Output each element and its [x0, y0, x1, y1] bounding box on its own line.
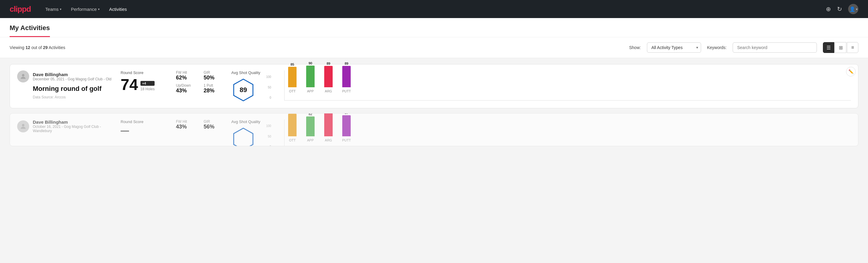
score-label: Round Score: [121, 70, 169, 75]
avatar-chevron-icon: ▾: [856, 7, 858, 11]
bar-app-2: [306, 116, 315, 136]
bar-group-arg-2: 106 ARG: [323, 113, 333, 142]
avatar-2: [17, 120, 29, 133]
chart-area: 85 OTT 90 APP: [284, 70, 851, 100]
data-source: Data Source: Arccos: [33, 95, 114, 99]
card-stats-2: FW Hit 43% GIR 56%: [176, 119, 224, 130]
teams-chevron-icon: ▾: [60, 7, 61, 11]
score-badge-holes: +4 18 Holes: [141, 81, 155, 92]
y-labels: 100 50 0: [266, 75, 271, 99]
bar-label-app: APP: [307, 89, 314, 93]
hex-badge: 89: [231, 78, 255, 102]
user-info-2: Dave Billingham October 16, 2021 - Gog M…: [33, 119, 114, 133]
activity-card: Dave Billingham December 05, 2021 - Gog …: [10, 64, 858, 108]
logo: clippd: [10, 4, 31, 14]
filter-bar: Viewing 12 out of 29 Activities Show: Al…: [0, 37, 868, 58]
card-left-2: Dave Billingham October 16, 2021 - Gog M…: [17, 119, 114, 136]
viewing-text: Viewing 12 out of 29 Activities: [10, 45, 623, 50]
stat-gir-value: 50%: [204, 75, 224, 81]
bar-group-putt-2: 87 PUTT: [342, 113, 351, 142]
user-row: Dave Billingham December 05, 2021 - Gog …: [17, 70, 114, 83]
bar-group-arg: 89 ARG: [323, 62, 333, 93]
stat-1putt-label: 1 Putt: [204, 83, 224, 88]
svg-point-2: [22, 124, 24, 126]
bar-putt-2: [342, 115, 351, 136]
stat-gir-label: GIR: [204, 70, 224, 75]
viewing-count: 12: [26, 45, 30, 50]
bar-container-arg: 89: [323, 62, 333, 87]
bar-arg: [324, 66, 333, 87]
bar-group-ott-2: 94 OTT: [287, 113, 297, 142]
stat-1putt: 1 Putt 28%: [204, 83, 224, 94]
bar-value-ott: 85: [290, 63, 294, 66]
y-labels-2: 100 50 0: [266, 124, 271, 146]
nav-performance[interactable]: Performance ▾: [71, 4, 99, 14]
user-avatar-button[interactable]: 👤 ▾: [848, 4, 858, 14]
stat-gir-label-2: GIR: [204, 119, 224, 124]
stat-fw-hit-2: FW Hit 43%: [176, 119, 196, 130]
bar-container-app: 90: [306, 61, 315, 87]
card-stats: FW Hit 62% GIR 50% Up/Down 43% 1 Putt 28…: [176, 70, 224, 94]
stat-fw-hit-value: 62%: [176, 75, 196, 81]
score-main: 74 +4 18 Holes: [121, 77, 169, 92]
activity-card-2: Dave Billingham October 16, 2021 - Gog M…: [10, 113, 858, 146]
user-info: Dave Billingham December 05, 2021 - Gog …: [33, 72, 111, 81]
show-label: Show:: [629, 45, 641, 50]
view-list-button[interactable]: ☰: [823, 42, 834, 53]
bar-container-putt: 89: [342, 62, 351, 87]
nav-activities-label: Activities: [109, 7, 127, 12]
svg-point-0: [22, 74, 24, 77]
card-score-2: Round Score —: [121, 119, 169, 136]
card-score: Round Score 74 +4 18 Holes: [121, 70, 169, 92]
page-header: My Activities: [0, 18, 868, 37]
stat-updown-value: 43%: [176, 88, 196, 94]
bar-label-arg: ARG: [325, 89, 332, 93]
card-left: Dave Billingham December 05, 2021 - Gog …: [17, 70, 114, 99]
search-input[interactable]: [733, 42, 817, 53]
nav-teams[interactable]: Teams ▾: [45, 4, 61, 14]
hex-number: 89: [240, 86, 247, 94]
nav-activities[interactable]: Activities: [109, 4, 127, 14]
quality-label-2: Avg Shot Quality: [231, 119, 268, 124]
performance-chevron-icon: ▾: [98, 7, 99, 11]
avatar: [17, 70, 29, 83]
view-compact-button[interactable]: ≡: [847, 42, 858, 53]
stat-gir-value-2: 56%: [204, 124, 224, 130]
navbar: clippd Teams ▾ Performance ▾ Activities …: [0, 0, 868, 18]
bar-arg-2: [324, 113, 333, 136]
keywords-label: Keywords:: [707, 45, 726, 50]
stat-updown-label: Up/Down: [176, 83, 196, 88]
user-date: December 05, 2021 - Gog Magog Golf Club …: [33, 77, 111, 81]
bar-value-arg: 89: [327, 62, 330, 65]
user-name-2: Dave Billingham: [33, 119, 114, 124]
view-toggles: ☰ ⊞ ≡: [823, 42, 858, 53]
stat-fw-hit-label-2: FW Hit: [176, 119, 196, 124]
add-icon[interactable]: ⊕: [826, 5, 831, 12]
activity-type-select[interactable]: All Activity Types: [647, 42, 701, 53]
activity-type-select-wrapper: All Activity Types ▾: [647, 42, 701, 53]
bar-label-ott: OTT: [289, 89, 296, 93]
bar-group-app: 90 APP: [306, 61, 315, 93]
stat-gir: GIR 50%: [204, 70, 224, 81]
edit-button[interactable]: ✏️: [846, 67, 856, 77]
stat-fw-hit-value-2: 43%: [176, 124, 196, 130]
bar-putt: [342, 66, 351, 87]
user-icon: 👤: [849, 6, 856, 12]
bar-app: [306, 66, 315, 87]
view-grid-button[interactable]: ⊞: [835, 42, 846, 53]
bar-group-app-2: 82 APP: [306, 113, 315, 142]
nav-icons: ⊕ ↻ 👤 ▾: [826, 4, 858, 14]
user-name: Dave Billingham: [33, 72, 111, 77]
bar-group-ott: 85 OTT: [287, 63, 297, 93]
score-dash: —: [121, 126, 129, 136]
holes-text: 18 Holes: [141, 87, 155, 91]
card-chart: 100 50 0 85 OTT: [275, 70, 851, 100]
card-quality: Avg Shot Quality 89: [231, 70, 268, 102]
card-quality-2: Avg Shot Quality: [231, 119, 268, 146]
nav-teams-label: Teams: [45, 7, 59, 12]
stat-1putt-value: 28%: [204, 88, 224, 94]
stat-gir-2: GIR 56%: [204, 119, 224, 130]
bar-label-putt: PUTT: [342, 89, 351, 93]
bar-ott: [288, 67, 297, 87]
refresh-icon[interactable]: ↻: [837, 5, 842, 12]
